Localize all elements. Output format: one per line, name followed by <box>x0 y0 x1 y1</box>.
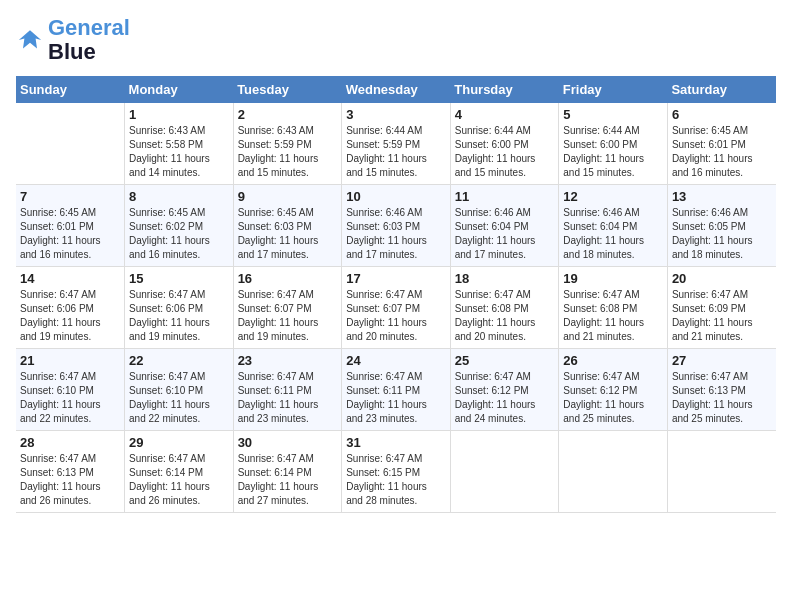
day-number: 19 <box>563 271 663 286</box>
weekday-header: Friday <box>559 76 668 103</box>
calendar-cell: 22Sunrise: 6:47 AM Sunset: 6:10 PM Dayli… <box>125 349 234 431</box>
calendar-cell: 9Sunrise: 6:45 AM Sunset: 6:03 PM Daylig… <box>233 185 342 267</box>
cell-info: Sunrise: 6:47 AM Sunset: 6:08 PM Dayligh… <box>455 288 555 344</box>
cell-info: Sunrise: 6:43 AM Sunset: 5:58 PM Dayligh… <box>129 124 229 180</box>
cell-info: Sunrise: 6:47 AM Sunset: 6:09 PM Dayligh… <box>672 288 772 344</box>
day-number: 23 <box>238 353 338 368</box>
day-number: 4 <box>455 107 555 122</box>
day-number: 13 <box>672 189 772 204</box>
cell-info: Sunrise: 6:47 AM Sunset: 6:11 PM Dayligh… <box>238 370 338 426</box>
calendar-cell: 12Sunrise: 6:46 AM Sunset: 6:04 PM Dayli… <box>559 185 668 267</box>
cell-info: Sunrise: 6:47 AM Sunset: 6:08 PM Dayligh… <box>563 288 663 344</box>
calendar-cell: 7Sunrise: 6:45 AM Sunset: 6:01 PM Daylig… <box>16 185 125 267</box>
day-number: 14 <box>20 271 120 286</box>
day-number: 15 <box>129 271 229 286</box>
cell-info: Sunrise: 6:47 AM Sunset: 6:15 PM Dayligh… <box>346 452 446 508</box>
calendar-cell: 30Sunrise: 6:47 AM Sunset: 6:14 PM Dayli… <box>233 431 342 513</box>
weekday-header: Saturday <box>667 76 776 103</box>
day-number: 28 <box>20 435 120 450</box>
cell-info: Sunrise: 6:47 AM Sunset: 6:13 PM Dayligh… <box>20 452 120 508</box>
cell-info: Sunrise: 6:47 AM Sunset: 6:10 PM Dayligh… <box>20 370 120 426</box>
weekday-header: Monday <box>125 76 234 103</box>
cell-info: Sunrise: 6:47 AM Sunset: 6:07 PM Dayligh… <box>346 288 446 344</box>
day-number: 31 <box>346 435 446 450</box>
logo-text: General Blue <box>48 16 130 64</box>
calendar-cell: 19Sunrise: 6:47 AM Sunset: 6:08 PM Dayli… <box>559 267 668 349</box>
calendar-body: 1Sunrise: 6:43 AM Sunset: 5:58 PM Daylig… <box>16 103 776 513</box>
cell-info: Sunrise: 6:45 AM Sunset: 6:01 PM Dayligh… <box>672 124 772 180</box>
calendar-cell <box>450 431 559 513</box>
day-number: 27 <box>672 353 772 368</box>
calendar-cell: 1Sunrise: 6:43 AM Sunset: 5:58 PM Daylig… <box>125 103 234 185</box>
calendar-cell: 6Sunrise: 6:45 AM Sunset: 6:01 PM Daylig… <box>667 103 776 185</box>
cell-info: Sunrise: 6:44 AM Sunset: 6:00 PM Dayligh… <box>455 124 555 180</box>
calendar-cell: 13Sunrise: 6:46 AM Sunset: 6:05 PM Dayli… <box>667 185 776 267</box>
calendar-cell: 25Sunrise: 6:47 AM Sunset: 6:12 PM Dayli… <box>450 349 559 431</box>
cell-info: Sunrise: 6:45 AM Sunset: 6:02 PM Dayligh… <box>129 206 229 262</box>
cell-info: Sunrise: 6:43 AM Sunset: 5:59 PM Dayligh… <box>238 124 338 180</box>
day-number: 12 <box>563 189 663 204</box>
weekday-header: Tuesday <box>233 76 342 103</box>
day-number: 9 <box>238 189 338 204</box>
day-number: 20 <box>672 271 772 286</box>
cell-info: Sunrise: 6:47 AM Sunset: 6:12 PM Dayligh… <box>563 370 663 426</box>
day-number: 26 <box>563 353 663 368</box>
calendar-cell <box>559 431 668 513</box>
calendar-cell: 26Sunrise: 6:47 AM Sunset: 6:12 PM Dayli… <box>559 349 668 431</box>
calendar-cell: 16Sunrise: 6:47 AM Sunset: 6:07 PM Dayli… <box>233 267 342 349</box>
cell-info: Sunrise: 6:47 AM Sunset: 6:10 PM Dayligh… <box>129 370 229 426</box>
logo-icon <box>16 26 44 54</box>
cell-info: Sunrise: 6:47 AM Sunset: 6:11 PM Dayligh… <box>346 370 446 426</box>
day-number: 29 <box>129 435 229 450</box>
day-number: 22 <box>129 353 229 368</box>
logo: General Blue <box>16 16 130 64</box>
day-number: 2 <box>238 107 338 122</box>
cell-info: Sunrise: 6:44 AM Sunset: 6:00 PM Dayligh… <box>563 124 663 180</box>
cell-info: Sunrise: 6:46 AM Sunset: 6:05 PM Dayligh… <box>672 206 772 262</box>
day-number: 11 <box>455 189 555 204</box>
day-number: 5 <box>563 107 663 122</box>
calendar-cell <box>16 103 125 185</box>
calendar-cell: 27Sunrise: 6:47 AM Sunset: 6:13 PM Dayli… <box>667 349 776 431</box>
day-number: 25 <box>455 353 555 368</box>
day-number: 1 <box>129 107 229 122</box>
day-number: 21 <box>20 353 120 368</box>
cell-info: Sunrise: 6:46 AM Sunset: 6:03 PM Dayligh… <box>346 206 446 262</box>
weekday-header: Thursday <box>450 76 559 103</box>
calendar-cell: 23Sunrise: 6:47 AM Sunset: 6:11 PM Dayli… <box>233 349 342 431</box>
cell-info: Sunrise: 6:45 AM Sunset: 6:01 PM Dayligh… <box>20 206 120 262</box>
calendar-cell: 21Sunrise: 6:47 AM Sunset: 6:10 PM Dayli… <box>16 349 125 431</box>
calendar-cell: 3Sunrise: 6:44 AM Sunset: 5:59 PM Daylig… <box>342 103 451 185</box>
cell-info: Sunrise: 6:47 AM Sunset: 6:12 PM Dayligh… <box>455 370 555 426</box>
calendar-header: SundayMondayTuesdayWednesdayThursdayFrid… <box>16 76 776 103</box>
weekday-header: Wednesday <box>342 76 451 103</box>
cell-info: Sunrise: 6:47 AM Sunset: 6:06 PM Dayligh… <box>20 288 120 344</box>
day-number: 6 <box>672 107 772 122</box>
calendar-cell: 2Sunrise: 6:43 AM Sunset: 5:59 PM Daylig… <box>233 103 342 185</box>
calendar-cell: 20Sunrise: 6:47 AM Sunset: 6:09 PM Dayli… <box>667 267 776 349</box>
cell-info: Sunrise: 6:47 AM Sunset: 6:14 PM Dayligh… <box>129 452 229 508</box>
day-number: 10 <box>346 189 446 204</box>
calendar-cell: 17Sunrise: 6:47 AM Sunset: 6:07 PM Dayli… <box>342 267 451 349</box>
day-number: 18 <box>455 271 555 286</box>
day-number: 17 <box>346 271 446 286</box>
calendar-cell: 8Sunrise: 6:45 AM Sunset: 6:02 PM Daylig… <box>125 185 234 267</box>
cell-info: Sunrise: 6:46 AM Sunset: 6:04 PM Dayligh… <box>455 206 555 262</box>
calendar-cell: 29Sunrise: 6:47 AM Sunset: 6:14 PM Dayli… <box>125 431 234 513</box>
cell-info: Sunrise: 6:47 AM Sunset: 6:14 PM Dayligh… <box>238 452 338 508</box>
calendar-cell: 11Sunrise: 6:46 AM Sunset: 6:04 PM Dayli… <box>450 185 559 267</box>
calendar-cell: 4Sunrise: 6:44 AM Sunset: 6:00 PM Daylig… <box>450 103 559 185</box>
day-number: 3 <box>346 107 446 122</box>
svg-marker-0 <box>19 30 41 48</box>
cell-info: Sunrise: 6:45 AM Sunset: 6:03 PM Dayligh… <box>238 206 338 262</box>
calendar-cell <box>667 431 776 513</box>
calendar-cell: 14Sunrise: 6:47 AM Sunset: 6:06 PM Dayli… <box>16 267 125 349</box>
calendar-cell: 24Sunrise: 6:47 AM Sunset: 6:11 PM Dayli… <box>342 349 451 431</box>
cell-info: Sunrise: 6:47 AM Sunset: 6:13 PM Dayligh… <box>672 370 772 426</box>
calendar-table: SundayMondayTuesdayWednesdayThursdayFrid… <box>16 76 776 513</box>
calendar-cell: 5Sunrise: 6:44 AM Sunset: 6:00 PM Daylig… <box>559 103 668 185</box>
cell-info: Sunrise: 6:46 AM Sunset: 6:04 PM Dayligh… <box>563 206 663 262</box>
calendar-cell: 31Sunrise: 6:47 AM Sunset: 6:15 PM Dayli… <box>342 431 451 513</box>
calendar-cell: 15Sunrise: 6:47 AM Sunset: 6:06 PM Dayli… <box>125 267 234 349</box>
calendar-cell: 18Sunrise: 6:47 AM Sunset: 6:08 PM Dayli… <box>450 267 559 349</box>
